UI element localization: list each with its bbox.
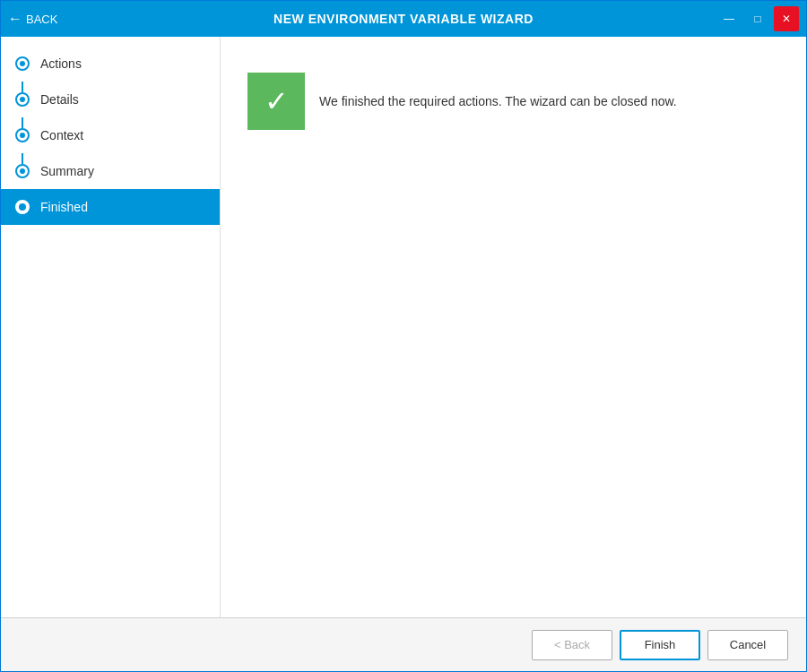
back-footer-button[interactable]: < Back xyxy=(532,630,612,660)
content-area: ✓ We finished the required actions. The … xyxy=(221,37,806,617)
success-block: ✓ We finished the required actions. The … xyxy=(247,73,779,130)
wizard-window: ← BACK NEW ENVIRONMENT VARIABLE WIZARD —… xyxy=(0,0,807,672)
close-icon: ✕ xyxy=(782,13,791,25)
success-icon-box: ✓ xyxy=(247,73,305,130)
cancel-label: Cancel xyxy=(730,638,766,651)
sidebar-item-actions[interactable]: Actions xyxy=(1,46,220,82)
step-indicator-details xyxy=(15,92,30,107)
sidebar-label-summary: Summary xyxy=(40,164,94,178)
window-controls: — □ ✕ xyxy=(716,6,799,31)
back-button[interactable]: ← BACK xyxy=(8,11,57,27)
close-button[interactable]: ✕ xyxy=(774,6,799,31)
minimize-icon: — xyxy=(724,13,734,25)
sidebar: Actions Details Context Summary xyxy=(1,37,221,617)
back-arrow-icon: ← xyxy=(8,11,22,27)
sidebar-item-finished[interactable]: Finished xyxy=(1,189,220,225)
sidebar-label-details: Details xyxy=(40,92,79,107)
sidebar-item-details[interactable]: Details xyxy=(1,82,220,117)
window-body: Actions Details Context Summary xyxy=(1,37,806,617)
back-footer-label: < Back xyxy=(554,638,590,651)
sidebar-label-context: Context xyxy=(40,128,83,142)
sidebar-label-finished: Finished xyxy=(40,200,88,214)
titlebar: ← BACK NEW ENVIRONMENT VARIABLE WIZARD —… xyxy=(1,1,806,37)
sidebar-item-context[interactable]: Context xyxy=(1,117,220,153)
sidebar-item-summary[interactable]: Summary xyxy=(1,153,220,189)
sidebar-label-actions: Actions xyxy=(40,56,82,71)
back-label: BACK xyxy=(26,13,57,26)
titlebar-left: ← BACK xyxy=(8,11,57,27)
checkmark-icon: ✓ xyxy=(265,87,289,116)
finish-button[interactable]: Finish xyxy=(620,630,700,660)
success-message-text: We finished the required actions. The wi… xyxy=(319,94,677,108)
maximize-icon: □ xyxy=(754,13,760,25)
window-title: NEW ENVIRONMENT VARIABLE WIZARD xyxy=(273,12,534,26)
step-indicator-summary xyxy=(15,164,30,178)
footer: < Back Finish Cancel xyxy=(1,617,806,671)
step-indicator-finished xyxy=(15,200,30,214)
maximize-button[interactable]: □ xyxy=(745,6,770,31)
cancel-button[interactable]: Cancel xyxy=(707,630,788,660)
step-indicator-actions xyxy=(15,56,30,71)
minimize-button[interactable]: — xyxy=(716,6,742,31)
step-indicator-context xyxy=(15,128,30,142)
finish-label: Finish xyxy=(645,638,676,651)
